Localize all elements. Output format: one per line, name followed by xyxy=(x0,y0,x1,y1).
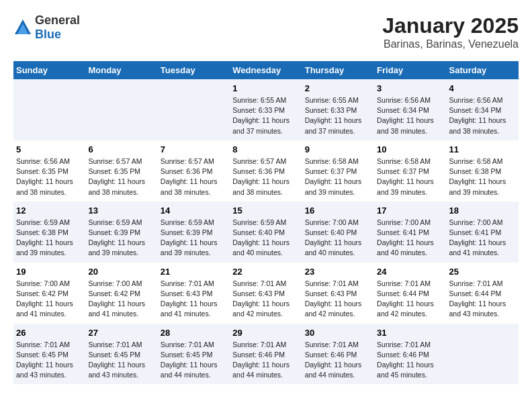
calendar-cell: 28Sunrise: 7:01 AMSunset: 6:45 PMDayligh… xyxy=(158,324,230,385)
calendar-cell: 10Sunrise: 6:58 AMSunset: 6:37 PMDayligh… xyxy=(374,140,446,201)
day-info: Sunrise: 7:01 AMSunset: 6:44 PMDaylight:… xyxy=(377,279,443,320)
day-number: 8 xyxy=(232,144,299,154)
day-info: Sunrise: 6:58 AMSunset: 6:37 PMDaylight:… xyxy=(305,156,371,197)
day-info: Sunrise: 6:56 AMSunset: 6:34 PMDaylight:… xyxy=(449,95,516,136)
calendar-cell: 8Sunrise: 6:57 AMSunset: 6:36 PMDaylight… xyxy=(230,140,302,201)
weekday-header-row: SundayMondayTuesdayWednesdayThursdayFrid… xyxy=(13,61,519,79)
calendar-cell: 24Sunrise: 7:01 AMSunset: 6:44 PMDayligh… xyxy=(374,263,446,324)
day-info: Sunrise: 7:00 AMSunset: 6:42 PMDaylight:… xyxy=(16,279,83,320)
calendar-cell: 17Sunrise: 7:00 AMSunset: 6:41 PMDayligh… xyxy=(374,201,446,263)
calendar-cell: 14Sunrise: 6:59 AMSunset: 6:39 PMDayligh… xyxy=(158,201,230,263)
calendar-week-row: 5Sunrise: 6:56 AMSunset: 6:35 PMDaylight… xyxy=(13,140,519,201)
weekday-header: Friday xyxy=(374,61,446,79)
day-number: 10 xyxy=(377,144,443,154)
day-number: 29 xyxy=(232,328,299,338)
day-info: Sunrise: 7:01 AMSunset: 6:46 PMDaylight:… xyxy=(377,340,443,381)
day-number: 18 xyxy=(449,205,516,216)
calendar-cell: 30Sunrise: 7:01 AMSunset: 6:46 PMDayligh… xyxy=(302,324,374,385)
calendar-cell: 6Sunrise: 6:57 AMSunset: 6:35 PMDaylight… xyxy=(85,140,157,201)
day-info: Sunrise: 6:58 AMSunset: 6:37 PMDaylight:… xyxy=(377,156,443,197)
calendar-cell: 16Sunrise: 7:00 AMSunset: 6:40 PMDayligh… xyxy=(302,201,374,263)
day-info: Sunrise: 7:01 AMSunset: 6:45 PMDaylight:… xyxy=(16,340,83,381)
day-number: 2 xyxy=(305,83,371,93)
day-number: 24 xyxy=(377,267,443,277)
day-number: 5 xyxy=(16,144,83,154)
logo-text-general: General xyxy=(35,13,80,27)
calendar-cell: 18Sunrise: 7:00 AMSunset: 6:41 PMDayligh… xyxy=(447,201,519,263)
calendar-cell: 19Sunrise: 7:00 AMSunset: 6:42 PMDayligh… xyxy=(13,263,85,324)
day-number: 31 xyxy=(377,328,443,338)
day-info: Sunrise: 7:01 AMSunset: 6:43 PMDaylight:… xyxy=(305,279,371,320)
day-info: Sunrise: 7:01 AMSunset: 6:45 PMDaylight:… xyxy=(88,340,154,381)
calendar-cell xyxy=(85,79,157,140)
calendar-cell: 11Sunrise: 6:58 AMSunset: 6:38 PMDayligh… xyxy=(447,140,519,201)
day-number: 23 xyxy=(305,267,371,277)
day-number: 21 xyxy=(161,267,227,277)
calendar-cell: 26Sunrise: 7:01 AMSunset: 6:45 PMDayligh… xyxy=(13,324,85,385)
day-number: 25 xyxy=(449,267,516,277)
calendar-week-row: 1Sunrise: 6:55 AMSunset: 6:33 PMDaylight… xyxy=(13,79,519,140)
day-number: 19 xyxy=(16,267,83,277)
day-number: 13 xyxy=(88,205,154,216)
day-number: 20 xyxy=(88,267,154,277)
weekday-header: Sunday xyxy=(13,61,85,79)
calendar-cell: 13Sunrise: 6:59 AMSunset: 6:39 PMDayligh… xyxy=(85,201,157,263)
calendar-cell: 3Sunrise: 6:56 AMSunset: 6:34 PMDaylight… xyxy=(374,79,446,140)
calendar-table: SundayMondayTuesdayWednesdayThursdayFrid… xyxy=(13,61,519,384)
calendar-cell: 23Sunrise: 7:01 AMSunset: 6:43 PMDayligh… xyxy=(302,263,374,324)
day-info: Sunrise: 7:01 AMSunset: 6:45 PMDaylight:… xyxy=(161,340,227,381)
day-info: Sunrise: 6:56 AMSunset: 6:34 PMDaylight:… xyxy=(377,95,443,136)
day-number: 16 xyxy=(305,205,371,216)
calendar-cell: 12Sunrise: 6:59 AMSunset: 6:38 PMDayligh… xyxy=(13,201,85,263)
weekday-header: Wednesday xyxy=(230,61,302,79)
day-info: Sunrise: 7:01 AMSunset: 6:46 PMDaylight:… xyxy=(232,340,299,381)
title-area: January 2025 Barinas, Barinas, Venezuela xyxy=(382,13,519,50)
calendar-cell: 9Sunrise: 6:58 AMSunset: 6:37 PMDaylight… xyxy=(302,140,374,201)
day-number: 11 xyxy=(449,144,516,154)
day-info: Sunrise: 6:57 AMSunset: 6:36 PMDaylight:… xyxy=(161,156,227,197)
location: Barinas, Barinas, Venezuela xyxy=(382,38,519,50)
day-number: 1 xyxy=(232,83,299,93)
day-info: Sunrise: 7:01 AMSunset: 6:43 PMDaylight:… xyxy=(232,279,299,320)
day-info: Sunrise: 7:01 AMSunset: 6:44 PMDaylight:… xyxy=(449,279,516,320)
day-info: Sunrise: 6:59 AMSunset: 6:38 PMDaylight:… xyxy=(16,218,83,259)
day-number: 14 xyxy=(161,205,227,216)
calendar-cell xyxy=(158,79,230,140)
day-info: Sunrise: 6:55 AMSunset: 6:33 PMDaylight:… xyxy=(232,95,299,136)
calendar-week-row: 26Sunrise: 7:01 AMSunset: 6:45 PMDayligh… xyxy=(13,324,519,385)
calendar-cell: 5Sunrise: 6:56 AMSunset: 6:35 PMDaylight… xyxy=(13,140,85,201)
day-info: Sunrise: 6:59 AMSunset: 6:40 PMDaylight:… xyxy=(232,218,299,259)
calendar-cell: 7Sunrise: 6:57 AMSunset: 6:36 PMDaylight… xyxy=(158,140,230,201)
day-info: Sunrise: 7:00 AMSunset: 6:41 PMDaylight:… xyxy=(377,218,443,259)
calendar-cell: 1Sunrise: 6:55 AMSunset: 6:33 PMDaylight… xyxy=(230,79,302,140)
weekday-header: Saturday xyxy=(447,61,519,79)
calendar-cell: 22Sunrise: 7:01 AMSunset: 6:43 PMDayligh… xyxy=(230,263,302,324)
day-number: 30 xyxy=(305,328,371,338)
day-number: 3 xyxy=(377,83,443,93)
day-number: 17 xyxy=(377,205,443,216)
day-info: Sunrise: 7:00 AMSunset: 6:41 PMDaylight:… xyxy=(449,218,516,259)
calendar-cell: 2Sunrise: 6:55 AMSunset: 6:33 PMDaylight… xyxy=(302,79,374,140)
calendar-cell: 15Sunrise: 6:59 AMSunset: 6:40 PMDayligh… xyxy=(230,201,302,263)
page-header: General Blue January 2025 Barinas, Barin… xyxy=(13,13,519,50)
weekday-header: Tuesday xyxy=(158,61,230,79)
day-number: 22 xyxy=(232,267,299,277)
calendar-week-row: 19Sunrise: 7:00 AMSunset: 6:42 PMDayligh… xyxy=(13,263,519,324)
calendar-cell: 21Sunrise: 7:01 AMSunset: 6:43 PMDayligh… xyxy=(158,263,230,324)
day-info: Sunrise: 6:59 AMSunset: 6:39 PMDaylight:… xyxy=(161,218,227,259)
day-info: Sunrise: 7:00 AMSunset: 6:40 PMDaylight:… xyxy=(305,218,371,259)
day-info: Sunrise: 6:59 AMSunset: 6:39 PMDaylight:… xyxy=(88,218,154,259)
calendar-cell: 25Sunrise: 7:01 AMSunset: 6:44 PMDayligh… xyxy=(447,263,519,324)
day-info: Sunrise: 7:00 AMSunset: 6:42 PMDaylight:… xyxy=(88,279,154,320)
day-number: 4 xyxy=(449,83,516,93)
day-info: Sunrise: 6:55 AMSunset: 6:33 PMDaylight:… xyxy=(305,95,371,136)
weekday-header: Thursday xyxy=(302,61,374,79)
day-number: 27 xyxy=(88,328,154,338)
day-info: Sunrise: 6:57 AMSunset: 6:36 PMDaylight:… xyxy=(232,156,299,197)
logo: General Blue xyxy=(13,13,80,42)
logo-text-blue: Blue xyxy=(35,28,61,41)
day-info: Sunrise: 6:56 AMSunset: 6:35 PMDaylight:… xyxy=(16,156,83,197)
logo-icon xyxy=(13,18,32,37)
calendar-cell: 4Sunrise: 6:56 AMSunset: 6:34 PMDaylight… xyxy=(447,79,519,140)
day-info: Sunrise: 6:57 AMSunset: 6:35 PMDaylight:… xyxy=(88,156,154,197)
